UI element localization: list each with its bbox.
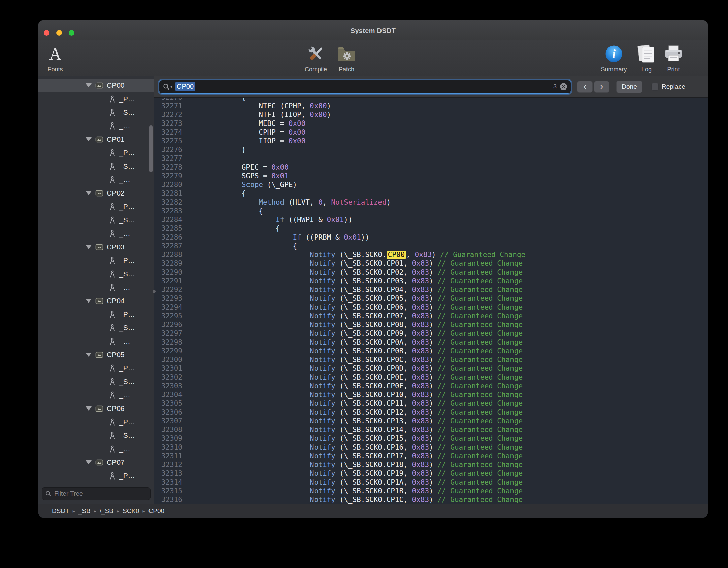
title-bar[interactable]: System DSDT — [38, 20, 708, 40]
tree-item-CP01[interactable]: CP01 — [38, 133, 154, 146]
patch-button[interactable]: Patch — [330, 42, 363, 73]
tree-item-label: _P… — [119, 203, 135, 211]
tree-child-item[interactable]: _… — [38, 442, 154, 456]
sidebar: CP00_P…_S…_…CP01_P…_S…_…CP02_P…_S…_…CP03… — [38, 76, 154, 504]
filter-tree-input[interactable] — [54, 490, 147, 497]
replace-checkbox[interactable] — [651, 83, 659, 91]
breadcrumb-separator-icon: ▸ — [117, 508, 119, 514]
tree-item-CP06[interactable]: CP06 — [38, 402, 154, 415]
tree-child-item[interactable]: _S… — [38, 321, 154, 334]
line-number: 32307 — [154, 417, 183, 425]
line-number: 32300 — [154, 355, 183, 364]
code-editor[interactable]: 32270 {32271 NTFC (CPHP, 0x00)32272 NTFI… — [154, 98, 708, 504]
method-icon — [109, 445, 116, 453]
tree-child-item[interactable]: _P… — [38, 469, 154, 483]
code-line: 32297 Notify (\_SB.SCK0.CP09, 0x83) // G… — [154, 329, 708, 338]
close-window-button[interactable] — [44, 30, 49, 36]
disclosure-triangle-icon[interactable] — [86, 137, 92, 141]
breadcrumb-item[interactable]: SCK0 — [123, 507, 139, 515]
tree-item-CP05[interactable]: CP05 — [38, 348, 154, 361]
tree-item-label: _… — [119, 283, 130, 291]
scope-object-icon — [95, 405, 103, 412]
tree-item-CP07[interactable]: CP07 — [38, 456, 154, 469]
breadcrumb-separator-icon: ▸ — [73, 508, 75, 514]
code-line: 32271 NTFC (CPHP, 0x00) — [154, 102, 708, 110]
minimize-window-button[interactable] — [56, 30, 62, 36]
tree-child-item[interactable]: _P… — [38, 308, 154, 321]
filter-tree-field[interactable] — [42, 487, 151, 500]
tree-child-item[interactable]: _S… — [38, 483, 154, 485]
compile-button[interactable]: Compile — [300, 42, 332, 73]
zoom-window-button[interactable] — [69, 30, 74, 36]
tree-item-CP02[interactable]: CP02 — [38, 186, 154, 200]
fonts-button[interactable]: A Fonts — [39, 42, 71, 73]
tree-item-CP00[interactable]: CP00 — [38, 79, 154, 92]
find-previous-button[interactable]: ‹ — [577, 81, 593, 93]
tree-child-item[interactable]: _P… — [38, 92, 154, 106]
tree-child-item[interactable]: _S… — [38, 429, 154, 442]
code-line: 32281 { — [154, 189, 708, 198]
disclosure-triangle-icon[interactable] — [86, 83, 92, 87]
summary-button[interactable]: i Summary — [598, 42, 630, 73]
splitter-handle[interactable] — [153, 290, 156, 293]
line-number: 32316 — [154, 495, 183, 504]
patch-label: Patch — [330, 66, 363, 73]
find-input[interactable]: CP00 — [175, 83, 195, 91]
tree-child-item[interactable]: _S… — [38, 375, 154, 388]
breadcrumb-item[interactable]: \_SB — [100, 507, 113, 515]
tree-child-item[interactable]: _… — [38, 227, 154, 240]
tree-child-item[interactable]: _S… — [38, 159, 154, 173]
tree-child-item[interactable]: _P… — [38, 200, 154, 213]
svg-text:i: i — [612, 47, 616, 61]
tree-item-CP03[interactable]: CP03 — [38, 240, 154, 254]
print-button[interactable]: Print — [657, 42, 690, 73]
method-icon — [109, 324, 116, 332]
disclosure-triangle-icon[interactable] — [86, 460, 92, 464]
method-icon — [109, 284, 116, 291]
tree-child-item[interactable]: _S… — [38, 213, 154, 227]
tree-item-label: _P… — [119, 418, 135, 426]
tree-child-item[interactable]: _P… — [38, 361, 154, 375]
tree-child-item[interactable]: _… — [38, 334, 154, 348]
line-number: 32282 — [154, 198, 183, 207]
find-next-button[interactable]: › — [594, 81, 609, 93]
breadcrumb-separator-icon: ▸ — [143, 508, 145, 514]
method-icon — [109, 378, 116, 386]
line-number: 32315 — [154, 487, 183, 495]
line-number: 32298 — [154, 338, 183, 347]
line-number: 32299 — [154, 347, 183, 355]
summary-info-icon: i — [598, 42, 630, 66]
tree-child-item[interactable]: _… — [38, 119, 154, 133]
tree-item-label: _S… — [119, 431, 135, 439]
search-options-chevron-icon[interactable]: ▾ — [170, 84, 172, 89]
breadcrumb-item[interactable]: CP00 — [148, 507, 165, 515]
tree-child-item[interactable]: _S… — [38, 267, 154, 281]
tree-item-label: _… — [119, 445, 130, 453]
scope-object-icon — [95, 459, 103, 466]
tree-item-CP04[interactable]: CP04 — [38, 294, 154, 308]
tree-child-item[interactable]: _P… — [38, 254, 154, 267]
done-button[interactable]: Done — [616, 81, 642, 93]
sidebar-scrollbar[interactable] — [149, 125, 153, 172]
tree-child-item[interactable]: _S… — [38, 106, 154, 119]
breadcrumb-item[interactable]: DSDT — [52, 507, 69, 515]
line-number: 32291 — [154, 277, 183, 285]
tree-child-item[interactable]: _P… — [38, 415, 154, 429]
disclosure-triangle-icon[interactable] — [86, 245, 92, 249]
breadcrumb-item[interactable]: _SB — [78, 507, 91, 515]
scope-object-icon — [95, 190, 103, 197]
clear-search-icon[interactable]: ✕ — [560, 83, 567, 90]
line-number: 32309 — [154, 434, 183, 443]
tree-child-item[interactable]: _… — [38, 388, 154, 402]
tree-item-label: CP01 — [107, 135, 125, 143]
disclosure-triangle-icon[interactable] — [86, 299, 92, 303]
disclosure-triangle-icon[interactable] — [86, 353, 92, 357]
code-line: 32277 — [154, 154, 708, 163]
tree-child-item[interactable]: _… — [38, 281, 154, 294]
tree-child-item[interactable]: _… — [38, 173, 154, 186]
tree-child-item[interactable]: _P… — [38, 146, 154, 159]
disclosure-triangle-icon[interactable] — [86, 406, 92, 411]
disclosure-triangle-icon[interactable] — [86, 191, 92, 195]
find-search-field[interactable]: ▾ CP00 3 ✕ — [159, 80, 571, 94]
line-number: 32314 — [154, 478, 183, 487]
